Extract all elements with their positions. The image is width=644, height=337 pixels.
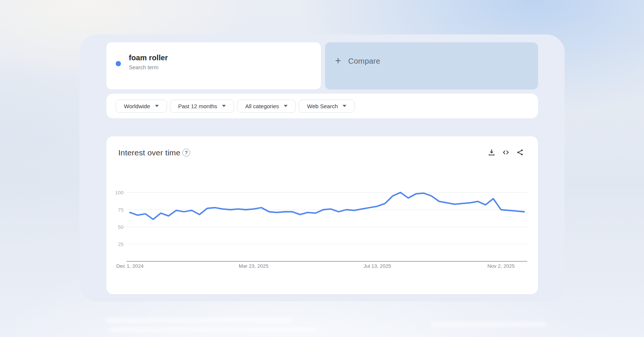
- chevron-down-icon: [343, 105, 346, 107]
- chevron-down-icon: [284, 105, 288, 107]
- time-range-filter-value: Past 12 months: [178, 103, 217, 109]
- search-term-card[interactable]: foam roller Search term: [106, 42, 321, 89]
- y-tick-label: 25: [118, 242, 124, 247]
- background-blur-artifact: [109, 327, 318, 332]
- plus-icon: +: [335, 56, 341, 66]
- y-tick-label: 75: [118, 207, 124, 213]
- interest-over-time-chart: 255075100Dec 1, 2024Mar 23, 2025Jul 13, …: [106, 136, 538, 294]
- category-filter-dropdown[interactable]: All categories: [237, 100, 296, 113]
- chevron-down-icon: [222, 105, 226, 107]
- filter-bar: Worldwide Past 12 months All categories …: [106, 94, 538, 118]
- add-comparison-button[interactable]: + Compare: [325, 42, 538, 89]
- chevron-down-icon: [155, 105, 159, 107]
- compare-label: Compare: [348, 57, 380, 66]
- background-blur-artifact: [106, 318, 293, 323]
- trend-line: [130, 192, 524, 219]
- search-type-filter-dropdown[interactable]: Web Search: [299, 100, 355, 113]
- region-filter-value: Worldwide: [124, 103, 150, 109]
- search-term-type: Search term: [129, 64, 168, 70]
- search-term-label: foam roller: [129, 54, 168, 62]
- google-trends-page: foam roller Search term + Compare Worldw…: [0, 0, 644, 337]
- y-tick-label: 100: [115, 190, 124, 195]
- background-blur-artifact: [431, 322, 547, 327]
- search-type-filter-value: Web Search: [307, 103, 338, 109]
- x-tick-label: Dec 1, 2024: [116, 263, 144, 269]
- help-icon[interactable]: ?: [182, 149, 190, 157]
- interest-over-time-card: Interest over time 255075100Dec 1, 2024M…: [106, 136, 538, 294]
- term-color-dot-icon: [116, 61, 121, 66]
- time-range-filter-dropdown[interactable]: Past 12 months: [170, 100, 234, 113]
- y-tick-label: 50: [118, 224, 124, 230]
- x-tick-label: Mar 23, 2025: [239, 263, 269, 269]
- category-filter-value: All categories: [245, 103, 279, 109]
- x-tick-label: Nov 2, 2025: [487, 263, 515, 269]
- region-filter-dropdown[interactable]: Worldwide: [116, 100, 167, 113]
- x-tick-label: Jul 13, 2025: [364, 263, 391, 269]
